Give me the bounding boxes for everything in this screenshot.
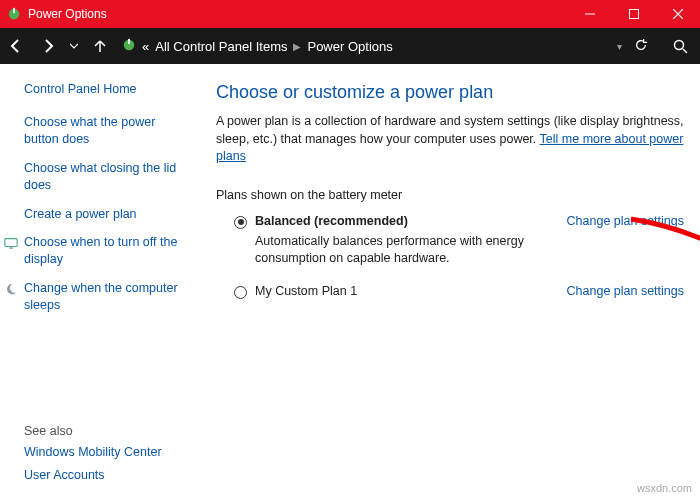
svg-rect-1 <box>13 8 15 13</box>
refresh-button[interactable] <box>634 38 648 55</box>
breadcrumb-current[interactable]: Power Options <box>307 39 392 54</box>
sidebar-link-computer-sleeps[interactable]: Change when the computer sleeps <box>4 280 192 314</box>
power-plan-balanced: Balanced (recommended) Change plan setti… <box>234 214 684 268</box>
page-heading: Choose or customize a power plan <box>216 82 684 103</box>
sidebar-item-label: Change when the computer sleeps <box>24 280 192 314</box>
change-plan-settings-link[interactable]: Change plan settings <box>567 214 684 228</box>
svg-point-8 <box>675 41 684 50</box>
recent-dropdown[interactable] <box>64 28 84 64</box>
up-button[interactable] <box>84 28 116 64</box>
maximize-button[interactable] <box>612 0 656 28</box>
plan-name[interactable]: Balanced (recommended) <box>255 214 557 228</box>
see-also-label: See also <box>24 424 192 438</box>
chevron-right-icon: ▶ <box>293 41 301 52</box>
svg-rect-11 <box>9 248 13 249</box>
sidebar-link-closing-lid[interactable]: Choose what closing the lid does <box>24 160 192 194</box>
titlebar: Power Options <box>0 0 700 28</box>
plans-section-label: Plans shown on the battery meter <box>216 188 684 202</box>
sidebar-link-create-plan[interactable]: Create a power plan <box>24 206 192 223</box>
close-button[interactable] <box>656 0 700 28</box>
address-bar[interactable]: « All Control Panel Items ▶ Power Option… <box>116 38 660 55</box>
window-title: Power Options <box>28 7 568 21</box>
sidebar-link-turn-off-display[interactable]: Choose when to turn off the display <box>4 234 192 268</box>
plan-description: Automatically balances performance with … <box>255 233 575 268</box>
breadcrumb-prefix: « <box>142 39 149 54</box>
watermark: wsxdn.com <box>637 482 692 494</box>
see-also-accounts[interactable]: User Accounts <box>24 467 192 484</box>
search-button[interactable] <box>660 28 700 64</box>
forward-button[interactable] <box>32 28 64 64</box>
svg-line-9 <box>683 49 687 53</box>
display-icon <box>4 236 18 250</box>
power-plan-custom: My Custom Plan 1 Change plan settings <box>234 284 684 299</box>
change-plan-settings-link[interactable]: Change plan settings <box>567 284 684 298</box>
chevron-down-icon[interactable]: ▾ <box>617 41 622 52</box>
radio-balanced[interactable] <box>234 216 247 229</box>
content-area: Control Panel Home Choose what the power… <box>0 64 700 500</box>
navbar: « All Control Panel Items ▶ Power Option… <box>0 28 700 64</box>
see-also-mobility[interactable]: Windows Mobility Center <box>24 444 192 461</box>
location-icon <box>122 38 136 55</box>
page-description: A power plan is a collection of hardware… <box>216 113 684 166</box>
sidebar-item-label: Choose when to turn off the display <box>24 234 192 268</box>
svg-rect-10 <box>5 239 17 247</box>
sidebar: Control Panel Home Choose what the power… <box>0 64 206 500</box>
svg-rect-7 <box>128 38 130 43</box>
minimize-button[interactable] <box>568 0 612 28</box>
back-button[interactable] <box>0 28 32 64</box>
svg-rect-3 <box>630 10 639 19</box>
plan-name[interactable]: My Custom Plan 1 <box>255 284 557 298</box>
app-icon <box>6 6 22 22</box>
main-panel: Choose or customize a power plan A power… <box>206 64 700 500</box>
breadcrumb-parent[interactable]: All Control Panel Items <box>155 39 287 54</box>
control-panel-home-link[interactable]: Control Panel Home <box>24 82 192 96</box>
moon-icon <box>4 282 18 296</box>
sidebar-link-power-button[interactable]: Choose what the power button does <box>24 114 192 148</box>
radio-custom[interactable] <box>234 286 247 299</box>
